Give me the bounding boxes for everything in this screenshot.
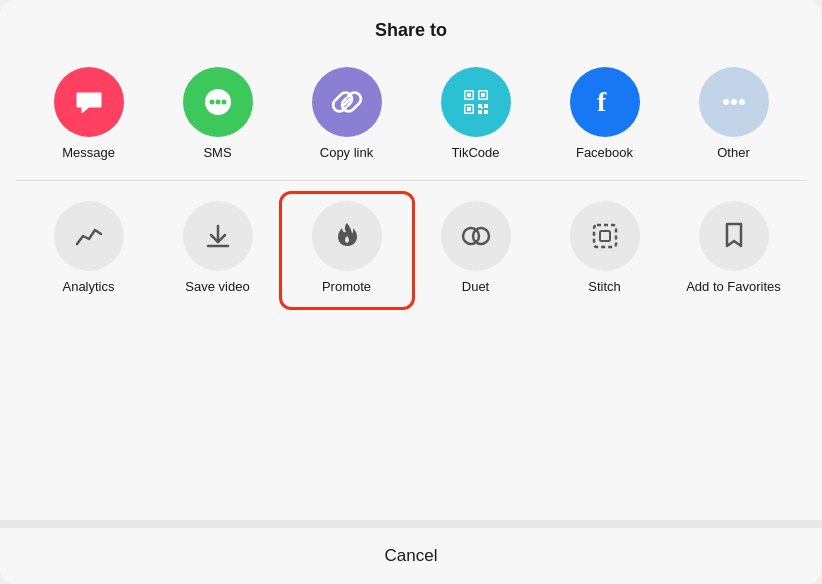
duet-label: Duet xyxy=(462,279,489,296)
stitch-label: Stitch xyxy=(588,279,621,296)
svg-point-20 xyxy=(723,99,729,105)
tikcode-label: TikCode xyxy=(452,145,500,160)
message-icon xyxy=(72,85,106,119)
copy-link-label: Copy link xyxy=(320,145,373,160)
share-title-section: Share to xyxy=(0,0,822,51)
stitch-icon xyxy=(588,219,622,253)
share-item-sms[interactable]: SMS xyxy=(168,67,268,160)
bottom-row: Analytics Save video xyxy=(0,181,822,316)
share-item-message[interactable]: Message xyxy=(39,67,139,160)
duet-icon-circle xyxy=(441,201,511,271)
stitch-icon-circle xyxy=(570,201,640,271)
share-title: Share to xyxy=(375,20,447,40)
action-item-add-to-favorites[interactable]: Add to Favorites xyxy=(684,201,784,296)
svg-marker-0 xyxy=(77,93,101,113)
save-video-label: Save video xyxy=(185,279,249,296)
svg-rect-7 xyxy=(467,93,471,97)
facebook-icon: f xyxy=(587,84,623,120)
svg-rect-18 xyxy=(481,107,483,109)
svg-rect-13 xyxy=(467,107,471,111)
svg-rect-27 xyxy=(594,225,616,247)
svg-rect-10 xyxy=(481,93,485,97)
tikcode-icon-circle xyxy=(441,67,511,137)
analytics-icon-circle xyxy=(54,201,124,271)
sms-icon xyxy=(200,84,236,120)
copy-link-icon xyxy=(329,84,365,120)
svg-point-4 xyxy=(221,100,226,105)
analytics-label: Analytics xyxy=(62,279,114,296)
cancel-button[interactable]: Cancel xyxy=(0,528,822,584)
sms-label: SMS xyxy=(203,145,231,160)
share-item-facebook[interactable]: f Facebook xyxy=(555,67,655,160)
add-to-favorites-icon-circle xyxy=(699,201,769,271)
cancel-section: Cancel xyxy=(0,520,822,584)
add-to-favorites-label: Add to Favorites xyxy=(686,279,781,296)
add-to-favorites-icon xyxy=(718,220,750,252)
svg-rect-28 xyxy=(600,231,610,241)
facebook-label: Facebook xyxy=(576,145,633,160)
save-video-icon-circle xyxy=(183,201,253,271)
svg-point-3 xyxy=(215,100,220,105)
cancel-divider xyxy=(0,520,822,528)
share-item-other[interactable]: Other xyxy=(684,67,784,160)
svg-rect-17 xyxy=(484,110,488,114)
other-label: Other xyxy=(717,145,750,160)
share-item-copy-link[interactable]: Copy link xyxy=(297,67,397,160)
svg-text:f: f xyxy=(597,86,607,117)
svg-point-2 xyxy=(209,100,214,105)
svg-point-22 xyxy=(739,99,745,105)
action-item-analytics[interactable]: Analytics xyxy=(39,201,139,296)
action-item-duet[interactable]: Duet xyxy=(426,201,526,296)
sms-icon-circle xyxy=(183,67,253,137)
share-modal: Share to Message SMS xyxy=(0,0,822,584)
save-video-icon xyxy=(202,220,234,252)
svg-point-21 xyxy=(731,99,737,105)
svg-rect-16 xyxy=(478,110,482,114)
facebook-icon-circle: f xyxy=(570,67,640,137)
duet-icon xyxy=(458,218,494,254)
copy-link-icon-circle xyxy=(312,67,382,137)
promote-highlight-border xyxy=(279,191,415,310)
message-label: Message xyxy=(62,145,115,160)
svg-rect-15 xyxy=(484,104,488,108)
message-icon-circle xyxy=(54,67,124,137)
top-row: Message SMS Cop xyxy=(0,51,822,180)
other-icon xyxy=(716,84,752,120)
action-item-promote[interactable]: Promote xyxy=(297,201,397,296)
svg-point-26 xyxy=(473,228,489,244)
tikcode-icon xyxy=(456,82,496,122)
analytics-icon xyxy=(73,220,105,252)
action-item-save-video[interactable]: Save video xyxy=(168,201,268,296)
action-item-stitch[interactable]: Stitch xyxy=(555,201,655,296)
share-item-tikcode[interactable]: TikCode xyxy=(426,67,526,160)
other-icon-circle xyxy=(699,67,769,137)
